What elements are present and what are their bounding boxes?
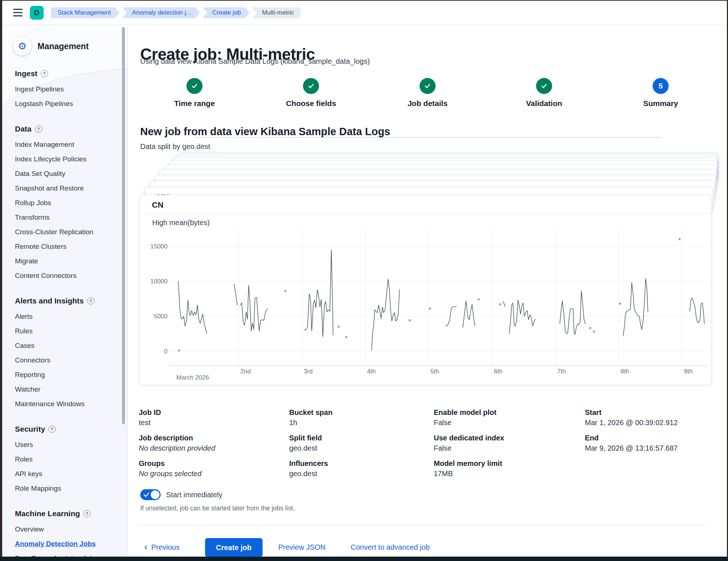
sidebar-item-role-mappings[interactable]: Role Mappings <box>15 481 124 496</box>
bottom-border-strip <box>0 557 728 561</box>
sidebar-item-anomaly-detection-jobs[interactable]: Anomaly Detection Jobs <box>15 537 124 551</box>
preview-json-link[interactable]: Preview JSON <box>278 543 326 552</box>
sidebar-item-maintenance-windows[interactable]: Maintenance Windows <box>15 397 124 411</box>
sidebar-item-alerts[interactable]: Alerts <box>15 309 124 324</box>
sidebar-item-data-frame-analytics-jobs[interactable]: Data Frame Analytics Jobs <box>15 551 124 557</box>
sidebar-item-api-keys[interactable]: API keys <box>15 467 124 481</box>
details-column: Bucket span1hSplit fieldgeo.destInfluenc… <box>289 408 435 485</box>
sidebar-item-overview[interactable]: Overview <box>15 522 124 537</box>
sidebar-item-cross-cluster-replication[interactable]: Cross-Cluster Replication <box>15 225 124 239</box>
sidebar-item-data-set-quality[interactable]: Data Set Quality <box>15 166 124 181</box>
step-label: Choose fields <box>275 99 347 108</box>
detail-value: No groups selected <box>139 470 284 478</box>
sidebar-section-title: Ingest? <box>15 69 124 78</box>
previous-button[interactable]: ‹Previous <box>144 543 180 552</box>
svg-text:8th: 8th <box>621 368 629 375</box>
breadcrumb-item[interactable]: Multi-metric <box>252 7 300 18</box>
help-icon[interactable]: ? <box>41 70 48 77</box>
create-job-button[interactable]: Create job <box>205 538 263 557</box>
step-label: Validation <box>508 99 581 108</box>
sidebar-item-transforms[interactable]: Transforms <box>15 210 124 225</box>
details-column: Job IDtestJob descriptionNo description … <box>139 408 284 485</box>
wizard-stepper: Time rangeChoose fieldsJob detailsValida… <box>128 76 727 123</box>
sidebar-title: Management <box>38 42 89 51</box>
sidebar-item-migrate[interactable]: Migrate <box>15 254 124 268</box>
actions-divider <box>138 525 708 525</box>
details-row: EndMar 9, 2026 @ 13:16:57.687 <box>585 434 727 452</box>
split-card-front: CNHigh mean(bytes)0500010000150002nd3rd4… <box>139 195 711 385</box>
help-icon[interactable]: ? <box>48 425 56 433</box>
help-icon[interactable]: ? <box>87 297 94 305</box>
sidebar-section: Data?Index ManagementIndex Lifecycle Pol… <box>15 125 124 283</box>
sidebar-item-index-management[interactable]: Index Management <box>15 137 124 152</box>
sidebar-item-users[interactable]: Users <box>15 438 124 452</box>
deployment-logo[interactable]: D <box>30 6 44 20</box>
menu-hamburger-icon[interactable] <box>13 9 23 16</box>
card-divider <box>140 213 711 214</box>
breadcrumb-item[interactable]: Create job <box>202 7 249 18</box>
details-row: Use dedicated indexFalse <box>434 434 579 452</box>
detail-value: No description provided <box>139 444 284 452</box>
step-label: Time range <box>158 99 231 108</box>
svg-text:7th: 7th <box>557 368 566 375</box>
svg-text:4th: 4th <box>367 368 376 375</box>
step-complete-check-icon[interactable] <box>303 78 319 94</box>
split-series-chart: 0500010000150002nd3rd4th5th6th7th8th9thM… <box>140 226 711 381</box>
sidebar-item-roles[interactable]: Roles <box>15 452 124 467</box>
sidebar-item-content-connectors[interactable]: Content Connectors <box>15 268 124 283</box>
details-row: Job descriptionNo description provided <box>139 434 284 452</box>
detail-value: 1h <box>289 419 435 427</box>
start-immediately-toggle[interactable] <box>140 489 161 500</box>
svg-text:5000: 5000 <box>154 313 168 320</box>
svg-text:3rd: 3rd <box>304 368 313 375</box>
step-complete-check-icon[interactable] <box>536 78 552 94</box>
sidebar-section-label: Ingest <box>15 69 38 78</box>
detail-value: test <box>139 419 284 427</box>
step-complete-check-icon[interactable] <box>186 78 202 94</box>
main-content: Create job: Multi-metric Using data view… <box>128 25 727 557</box>
details-row: Bucket span1h <box>289 408 435 427</box>
svg-text:15000: 15000 <box>150 243 168 250</box>
sidebar-item-snapshot-and-restore[interactable]: Snapshot and Restore <box>15 181 124 196</box>
svg-text:6th: 6th <box>494 368 503 375</box>
sidebar-item-cases[interactable]: Cases <box>15 338 124 353</box>
step-complete-check-icon[interactable] <box>420 78 436 94</box>
detail-value: geo.dest <box>289 444 435 452</box>
sidebar-item-rules[interactable]: Rules <box>15 324 124 338</box>
sidebar-item-logstash-pipelines[interactable]: Logstash Pipelines <box>15 97 124 111</box>
start-immediately-label: Start immediately <box>166 491 223 499</box>
step-number-badge[interactable]: 5 <box>653 78 669 94</box>
sidebar-item-index-lifecycle-policies[interactable]: Index Lifecycle Policies <box>15 152 124 166</box>
sidebar-item-rollup-jobs[interactable]: Rollup Jobs <box>15 196 124 210</box>
detail-label: Influencers <box>289 459 435 468</box>
help-icon[interactable]: ? <box>83 510 91 517</box>
sidebar-item-ingest-pipelines[interactable]: Ingest Pipelines <box>15 82 124 97</box>
detail-label: Start <box>585 408 727 417</box>
breadcrumb-item[interactable]: Stack Management <box>51 7 119 18</box>
start-immediately-row: Start immediately <box>140 489 223 500</box>
sidebar-section: Alerts and Insights?AlertsRulesCasesConn… <box>15 297 124 411</box>
details-row: GroupsNo groups selected <box>139 459 284 478</box>
sidebar-item-reporting[interactable]: Reporting <box>15 368 124 382</box>
svg-text:10000: 10000 <box>150 278 168 285</box>
detail-label: Groups <box>139 459 284 468</box>
svg-text:0: 0 <box>164 348 168 355</box>
management-gear-icon: ⚙ <box>13 37 31 55</box>
sidebar-item-connectors[interactable]: Connectors <box>15 353 124 368</box>
details-row: StartMar 1, 2026 @ 00:39:02.912 <box>585 408 727 427</box>
detail-label: Job description <box>139 434 284 442</box>
convert-to-advanced-job-link[interactable]: Convert to advanced job <box>351 543 430 552</box>
sidebar-section-title: Security? <box>15 425 124 434</box>
sidebar-item-remote-clusters[interactable]: Remote Clusters <box>15 239 124 254</box>
breadcrumb-item[interactable]: Anomaly detection j... <box>122 7 200 18</box>
details-row: Influencersgeo.dest <box>289 459 435 478</box>
detail-label: Model memory limit <box>434 459 579 468</box>
sidebar-scrollbar[interactable] <box>122 27 125 424</box>
chart-title: High mean(bytes) <box>152 219 210 227</box>
sidebar-item-watcher[interactable]: Watcher <box>15 382 124 397</box>
details-row: Split fieldgeo.dest <box>289 434 435 452</box>
sidebar-section-label: Data <box>15 125 32 133</box>
details-column: StartMar 1, 2026 @ 00:39:02.912EndMar 9,… <box>585 408 727 459</box>
help-icon[interactable]: ? <box>35 125 42 133</box>
detail-value: False <box>434 419 579 427</box>
